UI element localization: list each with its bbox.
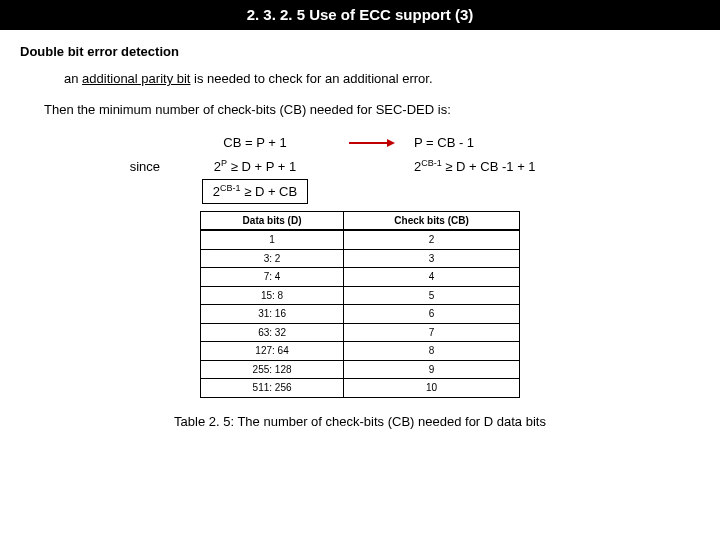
eq2-right-rest: ≥ D + CB -1 + 1 bbox=[442, 159, 536, 174]
cell: 127: 64 bbox=[201, 342, 344, 361]
th-check-bits: Check bits (CB) bbox=[344, 211, 520, 230]
since-label: since bbox=[110, 159, 170, 174]
cell: 4 bbox=[344, 268, 520, 287]
para1-post: is needed to check for an additional err… bbox=[190, 71, 432, 86]
table-row: 511: 25610 bbox=[201, 379, 520, 398]
eq1-right: P = CB - 1 bbox=[404, 135, 474, 150]
page-title-bar: 2. 3. 2. 5 Use of ECC support (3) bbox=[0, 0, 720, 30]
table-row: 7: 44 bbox=[201, 268, 520, 287]
table-row: 3: 23 bbox=[201, 249, 520, 268]
table-row: 12 bbox=[201, 230, 520, 249]
cell: 63: 32 bbox=[201, 323, 344, 342]
cell: 2 bbox=[344, 230, 520, 249]
svg-marker-1 bbox=[387, 139, 395, 147]
cell: 1 bbox=[201, 230, 344, 249]
cell: 7 bbox=[344, 323, 520, 342]
eq2-right: 2CB-1 ≥ D + CB -1 + 1 bbox=[404, 158, 536, 174]
cb-table: Data bits (D) Check bits (CB) 12 3: 23 7… bbox=[200, 211, 520, 398]
eq-final-rest: ≥ D + CB bbox=[241, 184, 298, 199]
cell: 15: 8 bbox=[201, 286, 344, 305]
eq2-right-sup: CB-1 bbox=[421, 158, 442, 168]
equation-row-2: since 2P ≥ D + P + 1 2CB-1 ≥ D + CB -1 +… bbox=[20, 158, 700, 174]
cell: 31: 16 bbox=[201, 305, 344, 324]
th-data-bits: Data bits (D) bbox=[201, 211, 344, 230]
cell: 6 bbox=[344, 305, 520, 324]
cell: 5 bbox=[344, 286, 520, 305]
eq-final-box: 2CB-1 ≥ D + CB bbox=[202, 179, 308, 204]
cell: 7: 4 bbox=[201, 268, 344, 287]
cell: 3: 2 bbox=[201, 249, 344, 268]
table-caption: Table 2. 5: The number of check-bits (CB… bbox=[20, 414, 700, 429]
eq1-left: CB = P + 1 bbox=[170, 135, 340, 150]
table-row: 63: 327 bbox=[201, 323, 520, 342]
cell: 8 bbox=[344, 342, 520, 361]
arrow-icon bbox=[340, 138, 404, 148]
paragraph-2: Then the minimum number of check-bits (C… bbox=[44, 102, 700, 117]
table-row: 255: 1289 bbox=[201, 360, 520, 379]
table-body: 12 3: 23 7: 44 15: 85 31: 166 63: 327 12… bbox=[201, 230, 520, 397]
paragraph-1: an additional parity bit is needed to ch… bbox=[64, 71, 700, 86]
section-subhead: Double bit error detection bbox=[20, 44, 700, 59]
equation-row-1: CB = P + 1 P = CB - 1 bbox=[20, 135, 700, 150]
eq-final-wrap: 2CB-1 ≥ D + CB bbox=[170, 182, 340, 198]
cell: 10 bbox=[344, 379, 520, 398]
content: Double bit error detection an additional… bbox=[0, 30, 720, 429]
para1-underline: additional parity bit bbox=[82, 71, 190, 86]
table-row: 127: 648 bbox=[201, 342, 520, 361]
eq-final-sup: CB-1 bbox=[220, 182, 241, 192]
equation-row-final: 2CB-1 ≥ D + CB bbox=[20, 182, 700, 198]
eq2-left: 2P ≥ D + P + 1 bbox=[170, 158, 340, 174]
table-row: 31: 166 bbox=[201, 305, 520, 324]
eq2-left-base: 2 bbox=[214, 159, 221, 174]
cell: 9 bbox=[344, 360, 520, 379]
cell: 255: 128 bbox=[201, 360, 344, 379]
cell: 511: 256 bbox=[201, 379, 344, 398]
page-title: 2. 3. 2. 5 Use of ECC support (3) bbox=[247, 6, 474, 23]
cell: 3 bbox=[344, 249, 520, 268]
eq2-left-rest: ≥ D + P + 1 bbox=[227, 159, 296, 174]
table-row: 15: 85 bbox=[201, 286, 520, 305]
table-wrap: Data bits (D) Check bits (CB) 12 3: 23 7… bbox=[20, 211, 700, 398]
eq-final-base: 2 bbox=[213, 184, 220, 199]
table-header-row: Data bits (D) Check bits (CB) bbox=[201, 211, 520, 230]
para1-pre: an bbox=[64, 71, 82, 86]
